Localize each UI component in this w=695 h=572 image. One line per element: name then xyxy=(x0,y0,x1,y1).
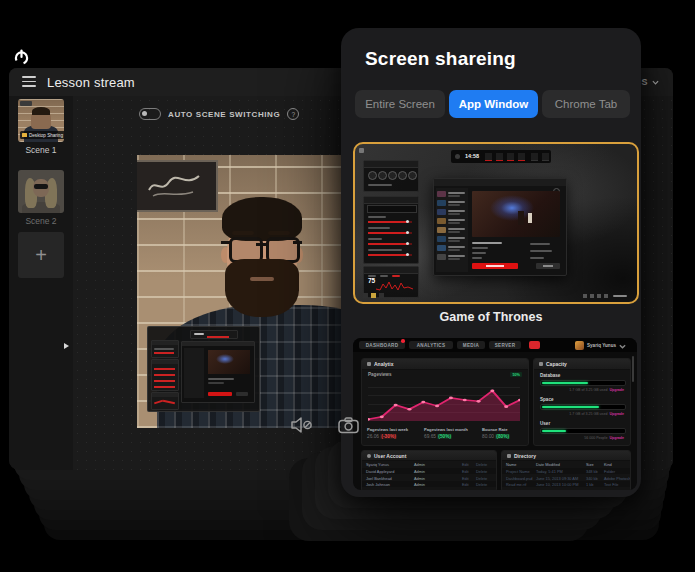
tab-app-window[interactable]: App Window xyxy=(449,90,538,118)
framed-picture xyxy=(137,160,218,212)
sidebar-expand-icon[interactable] xyxy=(64,343,69,349)
tab-entire-screen[interactable]: Entire Screen xyxy=(355,90,445,118)
auto-scene-switching-row: AUTO SCENE SWITCHING ? xyxy=(139,108,299,120)
desktop-sharing-badge: Desktop Sharing xyxy=(20,131,64,139)
audio-panel xyxy=(363,196,419,264)
screenshot-root: { "app": { "logo_icon": "power-icon", "h… xyxy=(0,0,695,572)
auto-scene-switching-label: AUTO SCENE SWITCHING xyxy=(168,110,280,119)
analytics-panel: Analytix Pageviews 50% Pageviews last we… xyxy=(361,358,529,446)
user-name: Syariq Yunus xyxy=(587,343,616,348)
pageviews-chart xyxy=(368,379,520,421)
capture-preview xyxy=(472,191,560,237)
upgrade-link: Upgrade xyxy=(609,436,624,440)
analytics-title: Analytix xyxy=(374,361,393,367)
person-icon xyxy=(367,454,371,458)
chevron-down-icon xyxy=(652,79,659,86)
directory-title: Directory xyxy=(514,453,536,459)
nav-analytics: ANALYTICS xyxy=(409,341,453,349)
nav-media: MEDIA xyxy=(457,341,485,349)
capacity-space: Space 1.7 GB of 3.25 GB usedUpgrade xyxy=(540,397,624,416)
mute-speaker-icon[interactable] xyxy=(290,416,314,438)
render-button xyxy=(472,263,518,269)
user-account-panel: User Account Syariq YunusAdminEditDelete… xyxy=(361,450,497,490)
stat-bounce: Bounce Rate80.00 (80%) xyxy=(482,427,529,439)
option-caption: Game of Thrones xyxy=(341,310,641,324)
chevron-down-icon xyxy=(619,343,626,350)
help-icon[interactable]: ? xyxy=(287,108,299,120)
scene-2-thumbnail[interactable] xyxy=(18,170,64,213)
add-scene-button[interactable]: + xyxy=(18,232,64,278)
stat-week: Pageviews last week26.06 (-30%) xyxy=(367,427,423,439)
beard xyxy=(225,259,299,317)
tab-chrome-tab[interactable]: Chrome Tab xyxy=(542,90,630,118)
dashboard-scrollbar xyxy=(632,356,634,382)
upgrade-link: Upgrade xyxy=(609,412,624,416)
scene-1-label: Scene 1 xyxy=(9,145,73,155)
modal-title: Screen shareing xyxy=(365,48,516,70)
copy-button xyxy=(536,263,560,269)
record-timer: 14:58 xyxy=(465,153,479,159)
folder-icon xyxy=(507,454,511,458)
screen-sharing-modal: Screen shareing Entire Screen App Window… xyxy=(341,28,641,497)
share-option-game-of-thrones[interactable]: 14:58 75 xyxy=(353,142,639,304)
fps-value: 75 xyxy=(368,277,375,284)
nav-record-button xyxy=(529,341,540,349)
gauge-icon xyxy=(539,362,543,366)
menu-icon[interactable] xyxy=(22,76,36,87)
capacity-title: Capacity xyxy=(546,361,567,367)
desktop-sharing-label: Desktop Sharing xyxy=(29,133,63,138)
upgrade-link: Upgrade xyxy=(609,388,624,392)
auto-scene-switching-toggle[interactable] xyxy=(139,108,161,120)
scene-2-label: Scene 2 xyxy=(9,216,73,226)
capacity-user: User 56 000 PeopleUpgrade xyxy=(540,421,624,440)
monitor-icon xyxy=(22,133,27,137)
broadcast-capture-panel xyxy=(363,160,419,192)
scene-1-thumbnail[interactable]: Desktop Sharing xyxy=(18,99,64,142)
scenes-sidebar: Desktop Sharing Scene 1 Scene 2 + xyxy=(9,96,73,470)
capacity-panel: Capacity Database 1.7 GB of 3.25 GB used… xyxy=(533,358,631,446)
nav-server: SERVER xyxy=(489,341,521,349)
app-logo-power-icon xyxy=(13,49,30,66)
overlay-toolbar: 14:58 xyxy=(451,150,551,163)
camera-icon[interactable] xyxy=(338,417,359,438)
directory-panel: Directory NameDate ModifiedSizeKind Proj… xyxy=(501,450,631,490)
page-title: Lesson stream xyxy=(47,75,135,90)
captures-window xyxy=(433,178,567,276)
pageviews-label: Pageviews xyxy=(368,372,392,377)
stat-month: Pageviews last month69.65 (50%) xyxy=(424,427,480,439)
nav-dashboard: DASHBOARD xyxy=(359,341,405,349)
capacity-database: Database 1.7 GB of 3.25 GB usedUpgrade xyxy=(540,373,624,392)
dashboard-nav: DASHBOARD ANALYTICS MEDIA SERVER Syariq … xyxy=(353,338,637,352)
avatar xyxy=(575,341,584,350)
user-account-title: User Account xyxy=(374,453,406,459)
notification-dot xyxy=(401,339,405,343)
pageviews-badge: 50% xyxy=(510,372,522,377)
scene-live-tag xyxy=(20,101,32,106)
desktop-sharing-pip-overlay xyxy=(147,326,260,412)
chart-icon xyxy=(367,362,371,366)
share-option-dashboard[interactable]: DASHBOARD ANALYTICS MEDIA SERVER Syariq … xyxy=(353,338,637,490)
